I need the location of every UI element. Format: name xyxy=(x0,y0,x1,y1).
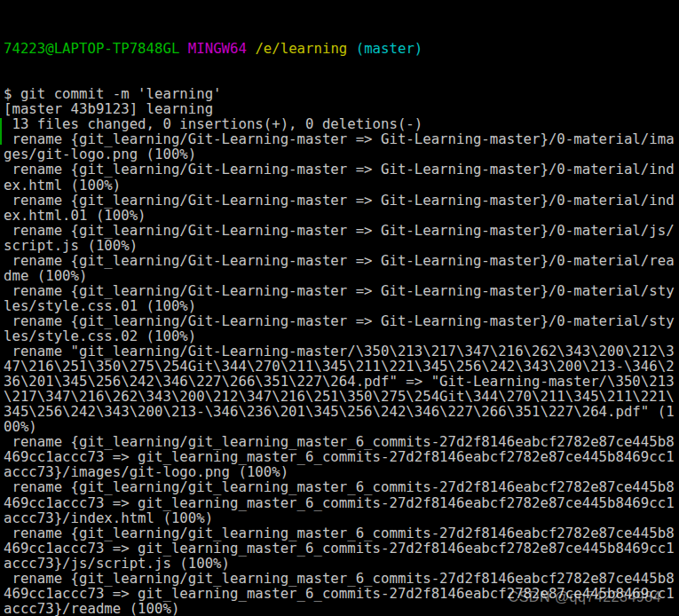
git-bash-terminal-window[interactable]: 74223@LAPTOP-TP7848GL MINGW64 /e/learnin… xyxy=(0,0,679,616)
terminal-line: 345\256\242\343\200\213-\346\236\201\345… xyxy=(4,404,678,419)
terminal-line: rename {git_learning/git_learning_master… xyxy=(4,571,678,586)
terminal-line: rename {git_learning/git_learning_master… xyxy=(4,479,678,494)
terminal-line: [master 43b9123] learning xyxy=(4,101,678,116)
terminal-line: ges/git-logo.png (100%) xyxy=(4,146,678,162)
terminal-output: 74223@LAPTOP-TP7848GL MINGW64 /e/learnin… xyxy=(4,11,678,616)
prompt-user-host: 74223@LAPTOP-TP7848GL xyxy=(4,40,179,57)
prompt-space xyxy=(179,40,187,57)
terminal-line: rename {git_learning/Git-Learning-master… xyxy=(4,131,678,146)
terminal-line: rename {git_learning/Git-Learning-master… xyxy=(4,223,678,238)
left-edge-artifact xyxy=(0,118,2,145)
terminal-line: rename {git_learning/git_learning_master… xyxy=(4,434,678,449)
terminal-line: 469cc1accc73 => git_learning_master_6_co… xyxy=(4,495,678,510)
prompt-env: MINGW64 xyxy=(188,40,247,57)
terminal-line: 00%) xyxy=(4,419,678,434)
terminal-line: rename {git_learning/Git-Learning-master… xyxy=(4,313,678,328)
terminal-line: 13 files changed, 0 insertions(+), 0 del… xyxy=(4,116,678,131)
terminal-line: accc73}/images/git-logo.png (100%) xyxy=(4,464,678,479)
terminal-line: rename {git_learning/git_learning_master… xyxy=(4,525,678,541)
prompt-branch: (master) xyxy=(356,40,423,57)
prompt-space xyxy=(247,40,255,57)
terminal-line: $ git commit -m 'learning' xyxy=(4,86,678,101)
terminal-line: 469cc1accc73 => git_learning_master_6_co… xyxy=(4,449,678,464)
terminal-line: \217\347\216\262\343\200\212\347\216\251… xyxy=(4,389,678,404)
terminal-line: 47\216\251\350\275\254Git\344\270\211\34… xyxy=(4,359,678,374)
terminal-line: script.js (100%) xyxy=(4,238,678,253)
terminal-line: rename "git_learning/Git-Learning-master… xyxy=(4,344,678,359)
prompt-path: /e/learning xyxy=(255,40,347,57)
terminal-line: ex.html.01 (100%) xyxy=(4,208,678,223)
terminal-line: rename {git_learning/Git-Learning-master… xyxy=(4,283,678,298)
terminal-lines: $ git commit -m 'learning'[master 43b912… xyxy=(4,86,678,616)
terminal-line: accc73}/js/script.js (100%) xyxy=(4,556,678,571)
terminal-line: 36\201\345\256\242\346\227\266\351\227\2… xyxy=(4,374,678,389)
terminal-line: rename {git_learning/Git-Learning-master… xyxy=(4,253,678,268)
prompt-space xyxy=(347,40,355,57)
terminal-line: rename {git_learning/Git-Learning-master… xyxy=(4,162,678,177)
terminal-line: dme (100%) xyxy=(4,268,678,283)
csdn-watermark: CSDN @qq742234984 xyxy=(509,589,661,605)
terminal-line: 469cc1accc73 => git_learning_master_6_co… xyxy=(4,541,678,556)
terminal-line: ex.html (100%) xyxy=(4,178,678,193)
prompt-line: 74223@LAPTOP-TP7848GL MINGW64 /e/learnin… xyxy=(4,41,678,56)
terminal-line: rename {git_learning/Git-Learning-master… xyxy=(4,193,678,208)
terminal-line: les/style.css.01 (100%) xyxy=(4,298,678,313)
terminal-line: les/style.css.02 (100%) xyxy=(4,328,678,344)
terminal-line: accc73}/index.html (100%) xyxy=(4,510,678,525)
